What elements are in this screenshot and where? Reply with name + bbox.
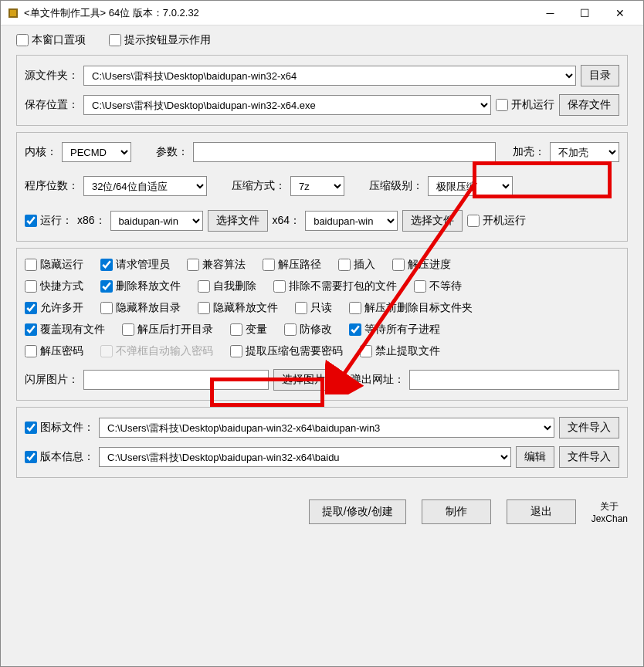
- exclude-checkbox[interactable]: 排除不需要打包的文件: [273, 279, 397, 293]
- splash-input[interactable]: [83, 370, 269, 390]
- admin-checkbox[interactable]: 请求管理员: [100, 258, 170, 272]
- exit-button[interactable]: 退出: [507, 499, 576, 524]
- password-checkbox[interactable]: 解压密码: [25, 344, 83, 358]
- variable-checkbox[interactable]: 变量: [230, 323, 267, 337]
- icon-file-checkbox[interactable]: 图标文件：: [25, 421, 94, 435]
- no-extract-checkbox[interactable]: 禁止提取文件: [360, 344, 440, 358]
- kernel-label: 内核：: [25, 145, 57, 159]
- readonly-checkbox[interactable]: 只读: [295, 301, 332, 315]
- config-panel: 内核： PECMD 参数： 加壳： 不加壳 程序位数： 32位/64位自适应 压…: [16, 132, 628, 242]
- icon-file-select[interactable]: C:\Users\雷科技\Desktop\baidupan-win32-x64\…: [99, 418, 554, 438]
- svg-rect-1: [10, 10, 16, 16]
- run-checkbox[interactable]: 运行：: [25, 214, 73, 228]
- extract-path-checkbox[interactable]: 解压路径: [263, 258, 321, 272]
- version-import-button[interactable]: 文件导入: [559, 446, 619, 468]
- compat-checkbox[interactable]: 兼容算法: [187, 258, 246, 272]
- bits-select[interactable]: 32位/64位自适应: [83, 176, 207, 196]
- source-panel: 源文件夹： C:\Users\雷科技\Desktop\baidupan-win3…: [16, 55, 628, 126]
- x64-select[interactable]: baidupan-win: [305, 211, 398, 231]
- make-button[interactable]: 制作: [422, 499, 491, 524]
- progress-checkbox[interactable]: 解压进度: [392, 258, 451, 272]
- minimize-button[interactable]: ─: [533, 2, 568, 25]
- options-panel: 隐藏运行 请求管理员 兼容算法 解压路径 插入 解压进度 快捷方式 删除释放文件…: [16, 248, 628, 401]
- param-label: 参数：: [156, 145, 188, 159]
- autostart2-checkbox[interactable]: 开机运行: [467, 214, 526, 228]
- hide-run-checkbox[interactable]: 隐藏运行: [25, 258, 83, 272]
- x86-select[interactable]: baidupan-win: [110, 211, 203, 231]
- level-select[interactable]: 极限压缩: [428, 176, 513, 196]
- compress-label: 压缩方式：: [232, 179, 286, 193]
- autostart-checkbox[interactable]: 开机运行: [496, 98, 554, 112]
- x86-label: x86：: [77, 214, 106, 228]
- need-password-checkbox[interactable]: 提取压缩包需要密码: [230, 344, 343, 358]
- self-delete-checkbox[interactable]: 自我删除: [198, 279, 256, 293]
- pin-window-checkbox[interactable]: 本窗口置项: [16, 33, 86, 47]
- save-file-button[interactable]: 保存文件: [559, 94, 619, 116]
- save-location-select[interactable]: C:\Users\雷科技\Desktop\baidupan-win32-x64.…: [83, 95, 491, 115]
- maximize-button[interactable]: ☐: [568, 2, 602, 25]
- version-edit-button[interactable]: 编辑: [516, 446, 554, 468]
- version-select[interactable]: C:\Users\雷科技\Desktop\baidupan-win32-x64\…: [99, 447, 511, 467]
- hide-dir-checkbox[interactable]: 隐藏释放目录: [100, 301, 181, 315]
- splash-label: 闪屏图片：: [25, 373, 79, 387]
- close-button[interactable]: ✕: [602, 2, 637, 25]
- auto-password-checkbox: 不弹框自动输入密码: [100, 344, 213, 358]
- param-input[interactable]: [193, 142, 496, 162]
- browse-folder-button[interactable]: 目录: [581, 65, 619, 86]
- x86-file-button[interactable]: 选择文件: [208, 210, 268, 232]
- shell-select[interactable]: 不加壳: [550, 142, 619, 162]
- source-label: 源文件夹：: [25, 69, 79, 83]
- titlebar: <单文件制作工具> 64位 版本：7.0.2.32 ─ ☐ ✕: [1, 1, 643, 25]
- version-info-checkbox[interactable]: 版本信息：: [25, 450, 94, 464]
- about-label: 关于 JexChan: [591, 500, 628, 524]
- compress-select[interactable]: 7z: [290, 176, 344, 196]
- x64-label: x64：: [273, 214, 301, 228]
- source-folder-select[interactable]: C:\Users\雷科技\Desktop\baidupan-win32-x64: [83, 66, 576, 86]
- window-title: <单文件制作工具> 64位 版本：7.0.2.32: [24, 6, 533, 20]
- delete-before-checkbox[interactable]: 解压前删除目标文件夹: [349, 301, 473, 315]
- open-after-checkbox[interactable]: 解压后打开目录: [122, 323, 213, 337]
- app-icon: [7, 7, 19, 19]
- shell-label: 加壳：: [513, 145, 545, 159]
- footer: 提取/修改/创建 制作 退出 关于 JexChan: [1, 492, 643, 532]
- multi-open-checkbox[interactable]: 允许多开: [25, 301, 83, 315]
- wait-children-checkbox[interactable]: 等待所有子进程: [349, 323, 440, 337]
- popup-label: 弹出网址：: [351, 373, 405, 387]
- kernel-select[interactable]: PECMD: [62, 142, 131, 162]
- icon-import-button[interactable]: 文件导入: [559, 417, 619, 438]
- overwrite-checkbox[interactable]: 覆盖现有文件: [25, 323, 105, 337]
- popup-input[interactable]: [409, 370, 619, 390]
- nowait-checkbox[interactable]: 不等待: [414, 279, 462, 293]
- anti-tamper-checkbox[interactable]: 防修改: [284, 323, 332, 337]
- x64-file-button[interactable]: 选择文件: [402, 210, 463, 232]
- level-label: 压缩级别：: [369, 179, 423, 193]
- extract-modify-create-button[interactable]: 提取/修改/创建: [309, 499, 406, 524]
- shortcut-checkbox[interactable]: 快捷方式: [25, 279, 83, 293]
- hide-file-checkbox[interactable]: 隐藏释放文件: [198, 301, 278, 315]
- delete-release-checkbox[interactable]: 删除释放文件: [100, 279, 181, 293]
- splash-button[interactable]: 选择图片: [273, 369, 334, 391]
- hint-checkbox[interactable]: 提示按钮显示作用: [109, 33, 211, 47]
- save-label: 保存位置：: [25, 98, 79, 112]
- bits-label: 程序位数：: [25, 179, 79, 193]
- insert-checkbox[interactable]: 插入: [338, 258, 375, 272]
- icon-panel: 图标文件： C:\Users\雷科技\Desktop\baidupan-win3…: [16, 407, 628, 478]
